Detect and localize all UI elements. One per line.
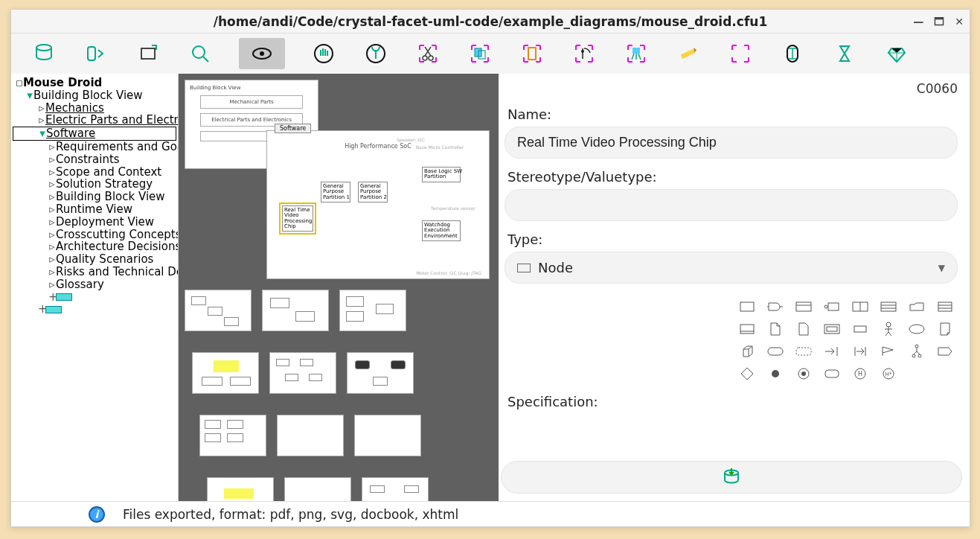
hourglass-out-icon[interactable]: [779, 40, 806, 67]
type-gate-icon[interactable]: [763, 297, 788, 316]
child-thumb[interactable]: [192, 352, 259, 394]
commit-button[interactable]: [501, 461, 962, 494]
type-diamond-icon[interactable]: [734, 364, 760, 383]
tree-bbv[interactable]: ▾Building Block View: [13, 89, 176, 102]
close-button[interactable]: ✕: [955, 16, 964, 28]
svg-point-22: [824, 305, 827, 308]
import-export-icon[interactable]: [83, 40, 109, 67]
type-interface-icon[interactable]: [819, 297, 845, 316]
svg-point-3: [193, 46, 205, 58]
tree-sw-child[interactable]: ▹Requirements and Goals: [13, 141, 176, 153]
svg-rect-43: [796, 348, 811, 355]
type-arrow-in-icon[interactable]: [819, 342, 845, 361]
tree-sw-child[interactable]: ▹Solution Strategy: [13, 178, 176, 191]
child-thumb[interactable]: [362, 477, 429, 501]
child-thumb[interactable]: [262, 290, 329, 331]
type-dropdown[interactable]: Node ▼: [505, 252, 958, 284]
type-actor-icon[interactable]: [876, 319, 901, 339]
child-thumb[interactable]: [347, 352, 414, 394]
gem-icon[interactable]: [883, 40, 910, 67]
type-roundrect-icon[interactable]: [819, 364, 845, 383]
name-input[interactable]: [505, 127, 958, 159]
svg-point-6: [260, 51, 264, 56]
copy-icon[interactable]: [467, 40, 493, 67]
tree-sw-child[interactable]: ▹Glossary: [13, 278, 176, 291]
hourglass-in-icon[interactable]: [831, 40, 858, 67]
tree-sw-child[interactable]: ▹Crosscutting Concepts: [13, 229, 176, 241]
type-cube-icon[interactable]: [734, 342, 760, 361]
tree-sw-child[interactable]: ▹Architecture Decisions: [13, 240, 176, 253]
hand-icon[interactable]: [310, 40, 337, 67]
node-blsw[interactable]: Base Logic SW Partition: [422, 167, 461, 182]
stereo-input[interactable]: [505, 189, 958, 221]
tree-leaf-1[interactable]: +: [13, 291, 176, 304]
svg-point-14: [581, 50, 584, 53]
child-thumb[interactable]: [185, 290, 252, 331]
type-page-icon[interactable]: [791, 319, 816, 339]
sprout-icon[interactable]: [362, 40, 389, 67]
child-thumb[interactable]: [269, 352, 336, 394]
type-pill-icon[interactable]: [763, 342, 788, 361]
chevron-down-icon: ▼: [938, 263, 945, 273]
tree-software-label: Software: [46, 127, 95, 140]
node-gpp1[interactable]: General Purpose Partition 1: [321, 182, 350, 202]
reaper-icon[interactable]: [571, 40, 598, 67]
type-flag2-icon[interactable]: [932, 342, 958, 361]
type-history-deep-icon[interactable]: H*: [876, 364, 901, 383]
type-doc-icon[interactable]: [763, 319, 788, 339]
database-icon[interactable]: [31, 40, 57, 67]
type-split-icon[interactable]: [848, 297, 873, 316]
child-thumb[interactable]: [339, 290, 406, 331]
current-diagram[interactable]: Software High Performance SoC Speaker: I…: [266, 130, 490, 279]
tree-leaf-2[interactable]: +: [13, 303, 176, 316]
type-fork-icon[interactable]: [904, 342, 929, 361]
node-gpp2[interactable]: General Purpose Partition 2: [358, 182, 388, 202]
type-arrow-between-icon[interactable]: [848, 342, 873, 361]
type-footer-icon[interactable]: [734, 319, 760, 339]
tree-sw-child[interactable]: ▹Building Block View: [13, 191, 176, 203]
eye-icon[interactable]: [239, 38, 285, 69]
type-ellipse-icon[interactable]: [904, 319, 929, 339]
type-table-icon[interactable]: [876, 297, 901, 316]
node-wdog[interactable]: Watchdog Execution Environment: [422, 220, 461, 241]
tree-root[interactable]: ▫Mouse Droid: [13, 77, 176, 89]
zoom-icon[interactable]: [187, 40, 214, 67]
svg-rect-2: [141, 48, 155, 59]
child-thumb[interactable]: [207, 477, 274, 501]
type-note-icon[interactable]: [932, 319, 958, 339]
tree-sw-child[interactable]: ▹Deployment View: [13, 216, 176, 229]
type-flag-icon[interactable]: [876, 342, 901, 361]
tree-electric[interactable]: ▹Electric Parts and Electronics: [13, 114, 176, 127]
maximize-button[interactable]: 🗖: [934, 16, 944, 28]
expand-icon[interactable]: [727, 40, 754, 67]
rotate-icon[interactable]: [519, 40, 545, 67]
minimize-button[interactable]: —: [913, 16, 923, 28]
child-thumb[interactable]: [277, 415, 344, 456]
type-target-icon[interactable]: [791, 364, 816, 383]
type-history-icon[interactable]: H: [848, 364, 873, 383]
type-dot-icon[interactable]: [763, 364, 788, 383]
type-container-icon[interactable]: [791, 297, 816, 316]
type-folder-icon[interactable]: [904, 297, 929, 316]
type-rect-icon[interactable]: [734, 297, 760, 316]
tree-mechanics[interactable]: ▹Mechanics: [13, 102, 176, 115]
tree-sw-child[interactable]: ▹Quality Scenarios: [13, 253, 176, 266]
cut-icon[interactable]: [414, 40, 441, 67]
pencil-icon[interactable]: [675, 40, 702, 67]
node-rtvp[interactable]: Real Time Video Processing Chip: [282, 205, 313, 232]
tree-sw-child[interactable]: ▹Risks and Technical Debts: [13, 266, 176, 278]
tree-sw-child[interactable]: ▹Runtime View: [13, 203, 176, 216]
type-box-icon[interactable]: [848, 319, 873, 339]
tree-software[interactable]: ▾Software: [13, 127, 176, 141]
window-title: /home/andi/Code/crystal-facet-uml-code/e…: [214, 14, 767, 29]
child-thumb[interactable]: [354, 415, 421, 456]
tree-sw-child[interactable]: ▹Constraints: [13, 153, 176, 166]
type-frame-icon[interactable]: [819, 319, 845, 339]
type-dashed-icon[interactable]: [791, 342, 816, 361]
paint-icon[interactable]: [623, 40, 650, 67]
type-list-icon[interactable]: [932, 297, 958, 316]
tree-sw-child[interactable]: ▹Scope and Context: [13, 166, 176, 179]
child-thumb[interactable]: [284, 477, 351, 501]
child-thumb[interactable]: [199, 415, 266, 456]
new-doc-icon[interactable]: [135, 40, 161, 67]
